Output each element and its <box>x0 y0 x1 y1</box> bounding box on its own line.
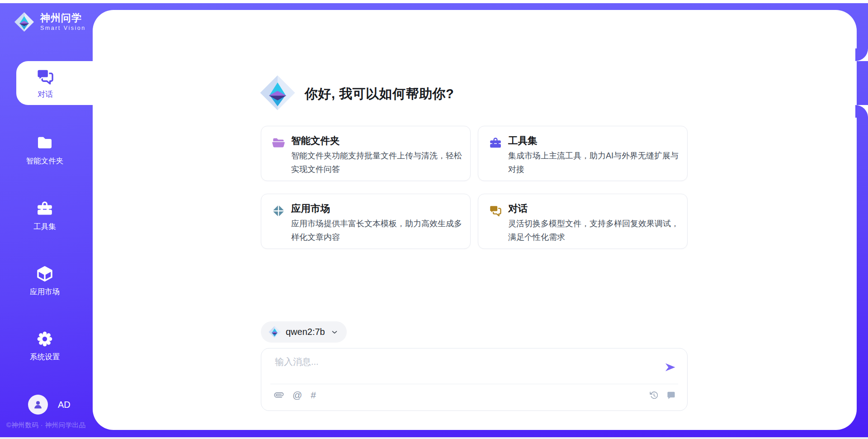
copyright-text: ©神州数码 · 神州问学出品 <box>6 421 92 429</box>
card-description: 灵活切换多模型文件，支持多样回复效果调试，满足个性化需求 <box>508 217 681 244</box>
card-description: 智能文件夹功能支持批量文件上传与清洗，轻松实现文件问答 <box>291 149 464 176</box>
folder-icon <box>36 134 54 152</box>
brand-name: 神州问学 <box>40 13 86 24</box>
card-app-market[interactable]: 应用市场 应用市场提供丰富长文本模板，助力高效生成多样化文章内容 <box>261 194 471 249</box>
sidebar-item-app-market[interactable]: 应用市场 <box>0 265 90 297</box>
chevron-down-icon <box>330 328 339 336</box>
chat-bubble-icon[interactable] <box>666 390 676 401</box>
composer-left-tools: @ # <box>274 390 316 400</box>
brand-logo: 神州问学 Smart Vision <box>14 11 86 33</box>
avatar[interactable] <box>28 395 48 415</box>
tab-fillet-top <box>855 48 868 61</box>
gear-icon <box>36 330 54 348</box>
tab-fillet-bottom <box>855 105 868 118</box>
sidebar-item-toolset[interactable]: 工具集 <box>0 200 90 232</box>
history-icon[interactable] <box>649 390 659 401</box>
sidebar-item-label: 系统设置 <box>0 352 90 362</box>
brand-gem-icon <box>14 11 35 33</box>
chat-icon <box>36 67 55 86</box>
sidebar-item-label: 工具集 <box>0 222 90 232</box>
sidebar-item-chat-active[interactable]: 对话 <box>16 61 93 105</box>
card-title: 应用市场 <box>291 202 330 215</box>
cube-icon <box>36 265 54 283</box>
sidebar-item-label: 应用市场 <box>0 287 90 297</box>
card-description: 集成市场上主流工具，助力AI与外界无缝扩展与对接 <box>508 149 681 176</box>
sidebar-item-settings[interactable]: 系统设置 <box>0 330 90 362</box>
greeting-gem-icon <box>259 74 297 112</box>
sidebar-item-smart-folder[interactable]: 智能文件夹 <box>0 134 90 166</box>
composer-right-tools <box>649 390 676 401</box>
person-icon <box>32 399 44 410</box>
attachment-icon[interactable] <box>274 390 284 400</box>
card-description: 应用市场提供丰富长文本模板，助力高效生成多样化文章内容 <box>291 217 464 244</box>
user-initials: AD <box>58 400 71 410</box>
composer-divider <box>270 384 678 384</box>
card-title: 智能文件夹 <box>291 134 340 147</box>
brand-subtitle: Smart Vision <box>40 25 86 31</box>
card-toolset[interactable]: 工具集 集成市场上主流工具，助力AI与外界无缝扩展与对接 <box>478 126 688 181</box>
bottom-edge-strip <box>0 437 868 439</box>
blocks-icon <box>272 204 285 218</box>
send-icon[interactable] <box>664 361 676 373</box>
model-selector[interactable]: qwen2:7b <box>261 321 347 343</box>
topic-icon[interactable]: # <box>311 390 316 400</box>
card-title: 工具集 <box>508 134 538 147</box>
feature-cards-grid: 智能文件夹 智能文件夹功能支持批量文件上传与清洗，轻松实现文件问答 工具集 集成… <box>261 126 688 249</box>
card-title: 对话 <box>508 202 528 215</box>
sidebar-item-label: 对话 <box>16 89 74 100</box>
message-input[interactable] <box>274 355 660 383</box>
message-composer: @ # <box>261 348 688 411</box>
sidebar-item-label: 智能文件夹 <box>0 156 90 166</box>
model-name: qwen2:7b <box>286 327 325 337</box>
chat-icon <box>489 204 502 218</box>
model-gem-icon <box>268 325 281 339</box>
folder-open-icon <box>272 136 285 150</box>
mention-icon[interactable]: @ <box>292 390 302 400</box>
toolbox-icon <box>489 136 502 150</box>
toolbox-icon <box>36 200 54 218</box>
card-smart-folder[interactable]: 智能文件夹 智能文件夹功能支持批量文件上传与清洗，轻松实现文件问答 <box>261 126 471 181</box>
greeting-title: 你好, 我可以如何帮助你? <box>305 85 454 103</box>
user-profile[interactable]: AD <box>28 395 71 415</box>
card-chat[interactable]: 对话 灵活切换多模型文件，支持多样回复效果调试，满足个性化需求 <box>478 194 688 249</box>
